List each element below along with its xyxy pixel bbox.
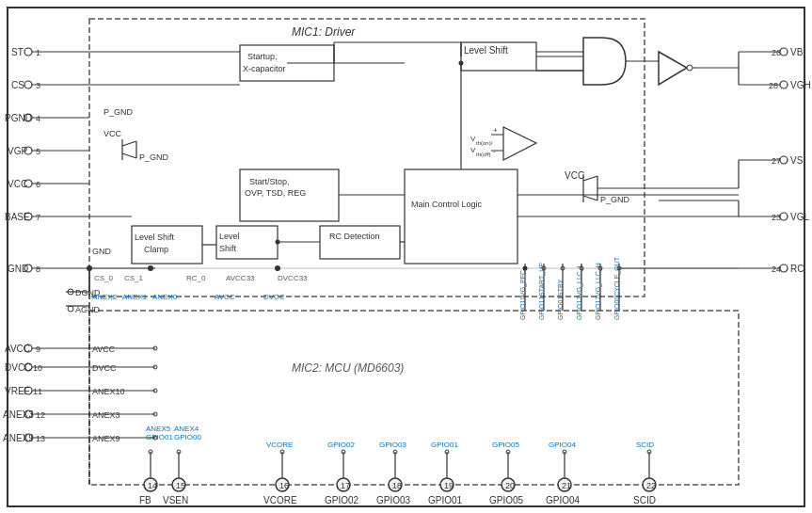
svg-text:23: 23 — [772, 213, 781, 222]
svg-point-187 — [276, 240, 280, 245]
pin-gpio04-21: GPIO04 — [546, 495, 581, 505]
svg-text:DVCC: DVCC — [263, 293, 285, 301]
svg-text:1: 1 — [36, 48, 40, 57]
svg-text:VCC: VCC — [103, 129, 122, 138]
svg-text:GPIO01: GPIO01 — [431, 441, 458, 449]
svg-text:GPIO00: GPIO00 — [174, 433, 201, 441]
pin20-circle: 20 — [505, 481, 515, 490]
svg-text:GND: GND — [92, 247, 112, 256]
svg-text:ANEX3: ANEX3 — [92, 410, 120, 420]
svg-text:26: 26 — [772, 48, 781, 57]
svg-text:AVCC33: AVCC33 — [226, 274, 255, 282]
svg-point-78 — [687, 65, 693, 71]
pin-dvcc10: DVCC — [5, 362, 31, 373]
svg-text:P_GND: P_GND — [103, 107, 134, 117]
svg-text:P_GND: P_GND — [600, 195, 630, 204]
svg-text:th(on)/: th(on)/ — [476, 140, 493, 146]
svg-text:+: + — [493, 126, 498, 135]
svg-text:27: 27 — [772, 156, 781, 166]
svg-text:3: 3 — [36, 81, 40, 90]
pin-st1: ST — [11, 47, 24, 57]
pin-vref11: VREF — [5, 386, 30, 396]
pin-vcore16: VCORE — [263, 495, 297, 505]
pin-gpio01-19: GPIO01 — [428, 495, 463, 505]
pin-vb26: VB — [790, 47, 804, 57]
svg-text:5: 5 — [36, 147, 40, 156]
level-shift-mid-label2: Shift — [219, 244, 237, 253]
svg-text:DVCC33: DVCC33 — [278, 274, 308, 282]
pin-anex3-12: ANEX3 — [3, 409, 34, 420]
svg-text:ANEX10: ANEX10 — [92, 387, 125, 396]
pin-gpio03-18: GPIO03 — [376, 495, 411, 505]
svg-text:12: 12 — [36, 410, 45, 420]
pin-vgp5: VGP — [8, 146, 27, 156]
svg-text:VCORE: VCORE — [266, 441, 293, 449]
pin-fb14: FB — [139, 495, 151, 505]
pin-gpio02-17: GPIO02 — [325, 495, 359, 505]
svg-text:GPIO02: GPIO02 — [327, 441, 355, 449]
main-control-label: Main Control Logic — [411, 200, 483, 209]
svg-text:CS_1: CS_1 — [124, 274, 144, 282]
clamp-label: Clamp — [144, 245, 168, 254]
ovp-tsd-reg-label: OVP, TSD, REG — [245, 188, 306, 198]
pin-rc24: RC — [790, 264, 804, 274]
svg-text:ANEX2: ANEX2 — [92, 293, 118, 301]
circuit-diagram: MIC1: Driver MIC2: MCU (MD6603) ST 1 CS … — [0, 0, 812, 513]
level-shift-top-label: Level Shift — [464, 45, 508, 56]
svg-text:SCID: SCID — [636, 441, 654, 449]
svg-text:P_GND: P_GND — [139, 152, 169, 162]
start-stop-label: Start/Stop, — [249, 177, 290, 186]
pin-vgl23: VGL — [790, 212, 809, 222]
diagram-container: MIC1: Driver MIC2: MCU (MD6603) ST 1 CS … — [0, 0, 812, 513]
svg-text:4: 4 — [36, 114, 40, 123]
pin16-circle: 16 — [279, 481, 289, 490]
pin17-circle: 17 — [341, 481, 350, 490]
svg-text:ANEX9: ANEX9 — [92, 434, 120, 443]
svg-text:ANEX1: ANEX1 — [122, 293, 148, 301]
svg-text:6: 6 — [36, 180, 40, 189]
pin21-circle: 21 — [562, 481, 571, 490]
pin-cs3: CS — [11, 80, 24, 90]
pin14-circle: 14 — [148, 481, 157, 490]
pin-base7: BASE — [5, 212, 30, 222]
pin19-circle: 19 — [444, 481, 454, 490]
pin-vsen15: VSEN — [163, 495, 188, 505]
startup-xcap-label2: X-capacitor — [243, 64, 286, 73]
svg-text:7: 7 — [36, 213, 40, 222]
svg-text:AVCC: AVCC — [215, 293, 235, 301]
svg-text:GPIO05: GPIO05 — [492, 441, 519, 449]
svg-text:CYCLE_OUT: CYCLE_OUT — [613, 256, 621, 297]
svg-text:24: 24 — [772, 265, 781, 274]
pin18-circle: 18 — [392, 481, 402, 490]
svg-text:11: 11 — [33, 387, 42, 396]
svg-point-184 — [275, 265, 280, 271]
pin-scid22: SCID — [633, 495, 656, 505]
svg-text:CS_0: CS_0 — [94, 274, 114, 282]
pin-gpio05-20: GPIO05 — [489, 495, 524, 505]
mic2-label: MIC2: MCU (MD6603) — [292, 361, 404, 375]
svg-point-183 — [148, 265, 153, 271]
svg-text:8: 8 — [36, 265, 40, 274]
svg-text:ANEX0: ANEX0 — [152, 293, 178, 301]
svg-text:10: 10 — [33, 363, 42, 373]
mic1-label: MIC1: Driver — [292, 25, 356, 39]
startup-xcap-label: Startup, — [247, 52, 278, 61]
pin-vcc6: VCC — [8, 179, 27, 189]
svg-text:AVCC: AVCC — [92, 345, 116, 354]
svg-text:VCC: VCC — [565, 170, 584, 181]
svg-text:RC_0: RC_0 — [186, 274, 206, 282]
pin-vgh28: VGH — [790, 80, 811, 90]
svg-point-190 — [459, 61, 464, 66]
pin15-circle: 15 — [176, 481, 185, 490]
svg-text:28: 28 — [769, 81, 778, 90]
level-shift-clamp-label: Level Shift — [135, 232, 175, 242]
level-shift-mid-label: Level — [219, 232, 240, 241]
pin-anex9-13: ANEX9 — [3, 433, 34, 443]
svg-text:-: - — [493, 147, 496, 155]
svg-text:VG_PFC: VG_PFC — [519, 270, 527, 297]
svg-text:ANEX4: ANEX4 — [174, 425, 199, 433]
svg-text:GPIO03: GPIO03 — [379, 441, 406, 449]
rc-detection-label: RC Detection — [329, 232, 380, 241]
svg-text:ANEX5: ANEX5 — [146, 425, 171, 433]
pin-gnd8: GND — [8, 264, 28, 274]
